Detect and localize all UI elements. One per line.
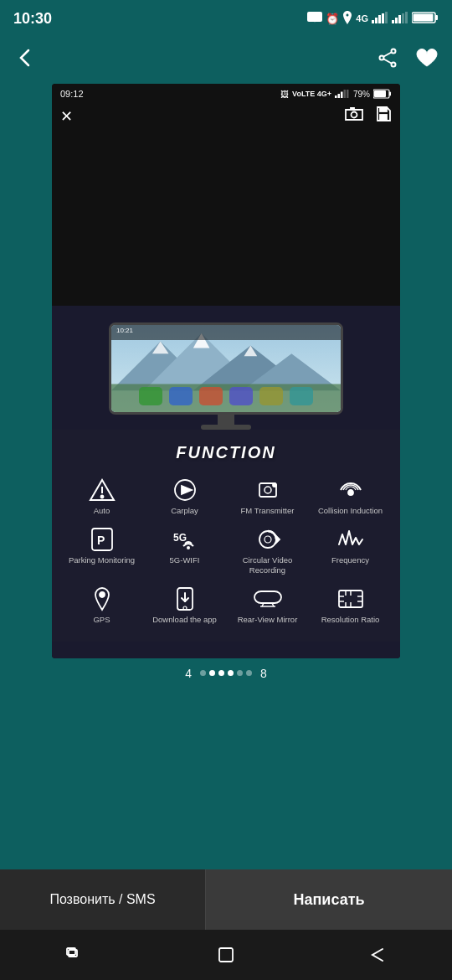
inner-signal-icon <box>335 90 350 98</box>
fm-icon <box>253 477 283 503</box>
heart-icon[interactable] <box>415 47 439 74</box>
collision-label: Collision Induction <box>318 506 383 515</box>
svg-rect-13 <box>413 13 434 21</box>
svg-rect-0 <box>307 12 322 22</box>
recent-apps-icon[interactable] <box>57 936 94 973</box>
product-showcase: 10:21 <box>52 306 400 658</box>
svg-rect-10 <box>405 12 408 23</box>
function-rearview: Rear-View Mirror <box>229 586 306 624</box>
download-app-icon <box>170 586 200 611</box>
function-fm: FM Transmitter <box>229 477 306 515</box>
signal-bars-icon <box>372 12 388 26</box>
indicator-dots <box>200 670 252 676</box>
collision-icon <box>336 477 366 503</box>
5gwifi-label: 5G-WIFI <box>170 555 200 565</box>
svg-point-54 <box>265 536 271 543</box>
app-icon-1 <box>139 387 162 405</box>
resolution-label: Resolution Ratio <box>321 615 380 624</box>
svg-point-27 <box>352 112 357 118</box>
save-icon[interactable] <box>375 106 392 126</box>
svg-marker-43 <box>182 486 192 494</box>
function-parking: P Parking Monitoring <box>64 527 140 575</box>
svg-rect-21 <box>341 92 343 99</box>
back-button[interactable] <box>13 46 37 75</box>
back-nav-icon[interactable] <box>358 936 395 973</box>
frequency-label: Frequency <box>331 555 369 565</box>
dot-5 <box>237 670 243 676</box>
function-gps: GPS <box>64 586 140 624</box>
write-button[interactable]: Написать <box>206 869 452 930</box>
inner-battery-icon <box>373 89 392 99</box>
svg-text:5G: 5G <box>173 532 187 544</box>
download-app-label: Download the app <box>152 615 217 624</box>
product-image-top <box>52 130 400 306</box>
app-icons-row <box>111 387 341 405</box>
function-5gwifi: 5G 5G-WIFI <box>146 527 223 575</box>
network-4g-icon: 4G <box>356 13 368 23</box>
resolution-icon <box>336 586 366 611</box>
svg-rect-12 <box>435 15 438 20</box>
inner-close-icon[interactable]: ✕ <box>60 107 73 126</box>
call-sms-button[interactable]: Позвонить / SMS <box>0 869 206 930</box>
inner-time: 09:12 <box>60 89 84 99</box>
svg-rect-19 <box>335 95 337 98</box>
svg-rect-6 <box>392 20 394 23</box>
svg-rect-25 <box>389 92 391 96</box>
svg-point-47 <box>348 490 353 495</box>
dot-6 <box>246 670 252 676</box>
svg-rect-7 <box>395 18 398 23</box>
camera-icon[interactable] <box>345 106 363 126</box>
svg-point-46 <box>273 483 276 487</box>
device-stand <box>218 415 234 425</box>
location-pin-icon <box>342 11 352 27</box>
share-icon[interactable] <box>377 47 398 74</box>
status-bar: 10:30 ⏰ 4G <box>0 0 452 37</box>
nav-right-icons <box>377 47 439 74</box>
fm-label: FM Transmitter <box>241 506 295 515</box>
inner-toolbar: ✕ <box>52 102 400 130</box>
app-icon-4 <box>229 387 253 405</box>
parking-icon: P <box>87 527 117 552</box>
svg-rect-3 <box>378 15 381 23</box>
inner-4g-icon: VoLTE 4G+ <box>292 90 331 98</box>
function-carplay: Carplay <box>146 477 223 515</box>
home-button[interactable] <box>208 936 244 973</box>
gps-icon <box>87 586 117 611</box>
device-base <box>201 425 251 430</box>
svg-rect-76 <box>219 948 233 962</box>
inner-battery-pct: 79% <box>353 90 370 99</box>
battery-icon <box>412 11 439 27</box>
top-nav <box>0 37 452 84</box>
dot-2 <box>209 670 215 676</box>
dot-3 <box>218 670 224 676</box>
system-nav-bar <box>0 930 452 980</box>
svg-point-41 <box>100 496 103 498</box>
svg-rect-1 <box>372 20 374 23</box>
app-icon-6 <box>290 387 313 405</box>
svg-point-60 <box>183 606 187 610</box>
device-display: 10:21 <box>52 314 400 430</box>
main-content: 09:12 🖼 VoLTE 4G+ 79% <box>0 84 452 869</box>
function-grid: Auto Carplay <box>64 477 388 625</box>
gps-label: GPS <box>93 615 110 624</box>
inner-status-icons: 🖼 VoLTE 4G+ 79% <box>280 89 392 99</box>
status-icons: ⏰ 4G <box>307 11 439 27</box>
svg-point-45 <box>265 487 271 493</box>
page-current: 4 <box>185 667 192 680</box>
carplay-icon <box>170 477 200 503</box>
svg-rect-23 <box>347 90 349 98</box>
product-card: 09:12 🖼 VoLTE 4G+ 79% <box>52 84 400 658</box>
dot-4 <box>228 670 234 676</box>
status-time: 10:30 <box>13 10 52 28</box>
device-screen: 10:21 <box>109 322 343 415</box>
function-download-app: Download the app <box>146 586 223 624</box>
alarm-icon: ⏰ <box>326 13 339 25</box>
screen-time: 10:21 <box>116 327 133 334</box>
auto-label: Auto <box>94 506 110 515</box>
auto-icon <box>87 477 117 503</box>
svg-line-18 <box>384 59 392 64</box>
svg-rect-22 <box>343 90 346 98</box>
app-icon-2 <box>169 387 193 405</box>
dot-1 <box>200 670 206 676</box>
5gwifi-icon: 5G <box>170 527 200 552</box>
